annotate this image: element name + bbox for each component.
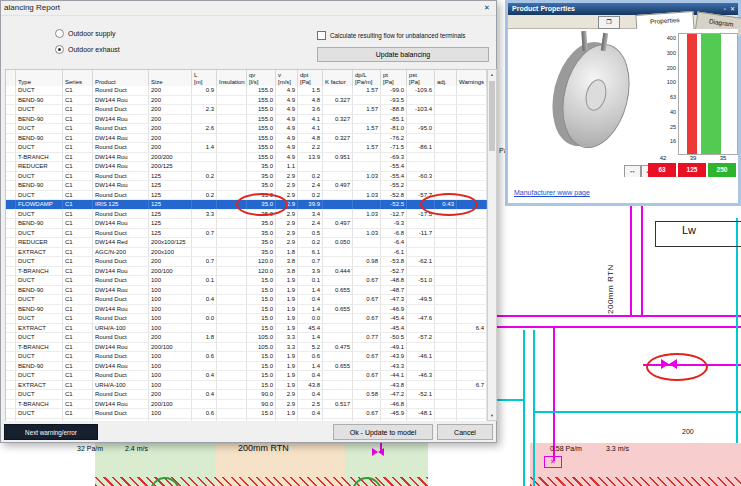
next-warning-button[interactable]: Next warning/error: [4, 424, 98, 440]
column-header[interactable]: Size: [149, 70, 192, 86]
table-cell: 4.9: [276, 86, 298, 95]
column-header[interactable]: Series: [63, 70, 93, 86]
table-cell: -85.1: [381, 115, 407, 124]
table-cell: 0.2: [298, 191, 323, 200]
table-row[interactable]: DUCTC1Round Duct2001.8105.03.31.40.77-50…: [6, 333, 487, 343]
table-row[interactable]: BEND-90C1DW144 Rou10015.01.91.40.655-48.…: [6, 286, 487, 296]
column-header[interactable]: pst [Pa]: [407, 70, 435, 86]
table-cell: 0.497: [323, 181, 353, 190]
table-row[interactable]: DUCTC1Round Duct1000.615.01.90.60.67-43.…: [6, 352, 487, 362]
table-cell: 2.9: [276, 400, 298, 409]
table-row[interactable]: BEND-90C1DW144 Rou200155.04.94.80.327-93…: [6, 96, 487, 106]
table-row[interactable]: DUCTC1Round Duct1000.415.01.90.40.67-44.…: [6, 371, 487, 381]
table-cell: [217, 267, 247, 276]
column-header[interactable]: qv [l/s]: [247, 70, 276, 86]
pin-icon[interactable]: ▫: [724, 3, 726, 15]
zoom-extents-button[interactable]: ↔: [624, 165, 641, 177]
table-row[interactable]: DUCTC1Round Duct1000.415.01.90.40.67-47.…: [6, 295, 487, 305]
table-row[interactable]: DUCTC1Round Duct1000.015.01.90.00.67-45.…: [6, 314, 487, 324]
column-header[interactable]: Product: [93, 70, 149, 86]
column-header[interactable]: adj.: [435, 70, 457, 86]
scroll-up-icon[interactable]: ▲: [488, 70, 496, 79]
table-cell: 125: [149, 200, 192, 209]
report-table-body[interactable]: DUCTC1Round Duct2000.9155.04.91.51.57-99…: [5, 86, 488, 421]
table-row[interactable]: T-BRANCHC1DW144 Rou200/200155.04.913.90.…: [6, 153, 487, 163]
table-row[interactable]: EXTRACTC1URH/A-10010015.01.943.8-43.86.7: [6, 381, 487, 391]
column-header[interactable]: pt [Pa]: [381, 70, 407, 86]
table-row[interactable]: EXTRACTC1URH/A-10010015.01.945.4-45.46.4: [6, 324, 487, 334]
table-row[interactable]: DUCTC1Round Duct2000.490.02.90.40.58-47.…: [6, 390, 487, 400]
table-cell: 200/125: [149, 162, 192, 171]
table-row[interactable]: DUCTC1Round Duct2000.7120.03.80.70.98-53…: [6, 257, 487, 267]
column-header[interactable]: v [m/s]: [276, 70, 298, 86]
table-cell: 0.67: [353, 371, 381, 380]
cancel-button[interactable]: Cancel: [437, 424, 493, 440]
table-row[interactable]: DUCTC1Round Duct2001.4155.04.92.21.57-71…: [6, 143, 487, 153]
table-cell: -6.1: [381, 248, 407, 257]
table-cell: [407, 324, 435, 333]
table-cell: [457, 229, 487, 238]
radio-outdoor-supply[interactable]: [55, 29, 64, 38]
table-cell: -52.7: [381, 267, 407, 276]
axis-tick: 200: [656, 65, 676, 80]
table-row[interactable]: BEND-90C1DW144 Rou10015.01.91.40.655-46.…: [6, 305, 487, 315]
unbalanced-checkbox[interactable]: [317, 31, 326, 40]
table-row[interactable]: DUCTC1Round Duct1000.615.01.90.40.67-45.…: [6, 409, 487, 419]
table-row[interactable]: FLOWDAMPC1IRIS 12512535.02.939.9-52.50.4…: [6, 200, 487, 210]
ok-update-button[interactable]: Ok - Update to model: [333, 424, 433, 440]
table-cell: [192, 248, 217, 257]
table-cell: C1: [63, 162, 93, 171]
table-row[interactable]: DUCTC1Round Duct1250.235.02.90.21.03-55.…: [6, 172, 487, 182]
column-header[interactable]: Type: [16, 70, 63, 86]
table-cell: 1.8: [276, 248, 298, 257]
table-row[interactable]: DUCTC1Round Duct1250.235.02.90.21.03-52.…: [6, 191, 487, 201]
column-header[interactable]: Warnings: [457, 70, 487, 86]
table-row[interactable]: DUCTC1Round Duct2002.3155.04.93.61.57-88…: [6, 105, 487, 115]
product-3d-image[interactable]: [516, 33, 654, 165]
table-row[interactable]: BEND-90C1DW144 Rou200155.04.94.10.327-85…: [6, 115, 487, 125]
table-row[interactable]: BEND-90C1DW144 Rou12535.02.92.40.497-9.3: [6, 219, 487, 229]
panel-toolbar-button[interactable]: ❐: [598, 16, 620, 29]
table-row[interactable]: REDUCERC1DW144 Rou200/12535.01.1-55.4: [6, 162, 487, 172]
table-row[interactable]: T-BRANCHC1DW144 Rou200/100120.03.83.90.4…: [6, 267, 487, 277]
column-header[interactable]: K factor: [323, 70, 353, 86]
update-balancing-button[interactable]: Update balancing: [317, 47, 489, 62]
table-row[interactable]: DUCTC1Round Duct1253.335.02.93.41.03-12.…: [6, 210, 487, 220]
column-header[interactable]: [6, 70, 16, 86]
column-header[interactable]: dp/L [Pa/m]: [353, 70, 381, 86]
table-row[interactable]: BEND-90C1DW144 Rou10015.01.91.40.655-43.…: [6, 362, 487, 372]
table-row[interactable]: DUCTC1Round Duct1000.115.01.90.10.67-48.…: [6, 276, 487, 286]
axis-tick: 63: [656, 94, 676, 109]
table-row[interactable]: T-BRANCHC1DW144 Rou200/10090.02.92.50.51…: [6, 400, 487, 410]
table-cell: 15.0: [247, 286, 276, 295]
table-cell: [6, 210, 16, 219]
manufacturer-link[interactable]: Manufacturer www page: [514, 189, 590, 196]
dialog-close-button[interactable]: ✕: [481, 2, 493, 14]
table-row[interactable]: DUCTC1Round Duct1250.735.02.90.51.03-6.8…: [6, 229, 487, 239]
table-cell: C1: [63, 181, 93, 190]
table-cell: -109.6: [407, 86, 435, 95]
table-row[interactable]: BEND-90C1DW144 Rou12535.02.92.40.497-55.…: [6, 181, 487, 191]
scrollbar-thumb[interactable]: [489, 81, 495, 151]
dialog-titlebar[interactable]: alancing Report ✕: [1, 1, 496, 16]
close-icon[interactable]: ✕: [730, 3, 735, 15]
table-cell: -69.3: [381, 153, 407, 162]
table-row[interactable]: DUCTC1Round Duct2000.9155.04.91.51.57-99…: [6, 86, 487, 96]
radio-outdoor-exhaust[interactable]: [55, 45, 64, 54]
table-row[interactable]: BEND-90C1DW144 Rou10015.01.91.40.655-45.…: [6, 419, 487, 422]
column-header[interactable]: L [m]: [192, 70, 217, 86]
table-cell: Round Duct: [93, 124, 149, 133]
table-row[interactable]: DUCTC1Round Duct2002.6155.04.94.11.57-81…: [6, 124, 487, 134]
column-header[interactable]: dpt [Pa]: [298, 70, 323, 86]
selection-chart[interactable]: [678, 33, 738, 155]
column-header[interactable]: Insulation: [217, 70, 247, 86]
scroll-down-icon[interactable]: ▼: [488, 411, 496, 420]
table-cell: FLOWDAMP: [16, 200, 63, 209]
table-row[interactable]: REDUCERC1DW144 Red200x100/12535.02.90.20…: [6, 238, 487, 248]
table-row[interactable]: T-BRANCHC1DW144 Rou200/100105.03.35.20.4…: [6, 343, 487, 353]
table-scrollbar[interactable]: ▲ ▼: [487, 69, 497, 421]
table-row[interactable]: EXTRACTC1AGC/N-200200x10035.01.86.1-6.1: [6, 248, 487, 258]
table-cell: Round Duct: [93, 333, 149, 342]
table-row[interactable]: BEND-90C1DW144 Rou200155.04.94.80.327-76…: [6, 134, 487, 144]
table-cell: 0.67: [353, 352, 381, 361]
